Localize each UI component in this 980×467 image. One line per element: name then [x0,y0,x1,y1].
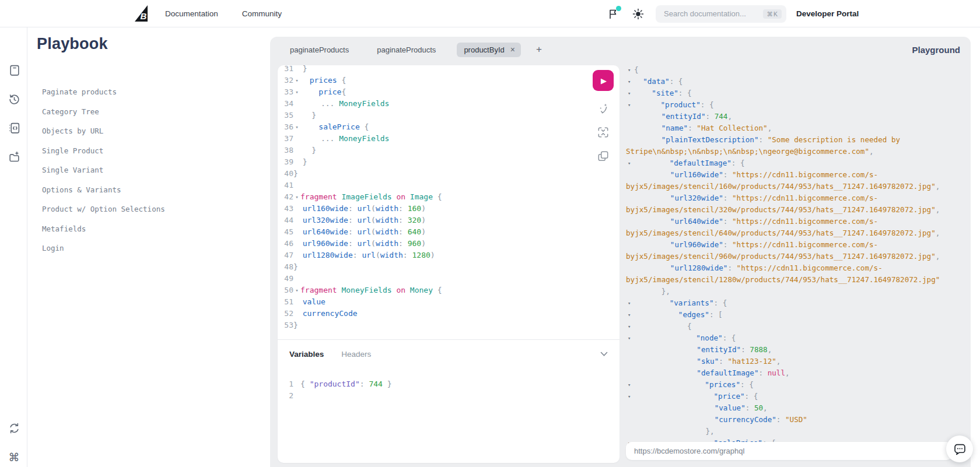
response-line: byjx5/images/stencil/320w/products/744/9… [626,204,971,216]
tab-variables[interactable]: Variables [289,350,324,359]
query-code-line[interactable]: 43 url160wide: url(width: 160) [278,203,620,215]
code-text: } [293,65,307,75]
query-code-line[interactable]: 38 } [278,145,620,156]
query-code-line[interactable]: 36▾ salePrice { [278,121,620,133]
query-tab[interactable]: paginateProducts [276,37,363,62]
response-line: }, [626,286,971,297]
execute-query-button[interactable]: ▶ [593,70,614,91]
close-tab-icon[interactable]: × [510,45,515,54]
query-code-line[interactable]: 46 url960wide: url(width: 960) [278,238,620,250]
query-code-line[interactable]: 48} [278,261,620,273]
nav-link-community[interactable]: Community [242,9,282,18]
line-number: 34 [278,98,293,110]
fold-caret-empty [293,390,300,402]
history-icon[interactable] [7,92,21,106]
query-code-line[interactable]: 41 [278,180,620,191]
fold-caret-icon[interactable]: ▾ [626,99,634,111]
line-number: 1 [278,378,293,390]
fold-caret-icon[interactable]: ▾ [626,321,634,332]
editor-card: 31 }32▾ prices {33▾ price{34 ... MoneyFi… [278,65,620,463]
fold-caret-empty [293,378,300,390]
fold-caret-icon[interactable]: ▾ [293,285,300,296]
query-code-line[interactable]: 51 value [278,296,620,308]
sidebar-item[interactable]: Single Variant [27,160,270,180]
add-tab-button[interactable]: + [528,44,550,55]
fold-caret-icon[interactable]: ▾ [293,75,300,86]
code-collection-icon[interactable] [7,121,21,135]
query-code-line[interactable]: 50▾fragment MoneyFields on Money { [278,285,620,296]
variables-editor[interactable]: 1{ "productId": 744 }2 [278,378,620,402]
copy-query-button[interactable] [597,150,610,163]
fold-caret-icon[interactable]: ▾ [626,332,634,344]
response-line: "currencyCode": "USD" [626,414,971,426]
line-number: 44 [278,215,293,226]
folder-add-icon[interactable] [7,150,21,164]
sidebar-item[interactable]: Single Product [27,141,270,161]
prettify-query-button[interactable] [597,102,610,115]
variables-code-line[interactable]: 2 [278,390,620,402]
response-line: "url160wide": "https://cdn11.bigcommerce… [626,169,971,181]
code-text: "value": 50, [626,402,768,414]
fold-caret-icon[interactable]: ▾ [626,64,634,76]
query-code-line[interactable]: 53} [278,319,620,331]
query-code-line[interactable]: 37 ... MoneyFields [278,133,620,145]
command-shortcuts-icon[interactable]: ⌘ [7,450,21,464]
sidebar-item[interactable]: Objects by URL [27,121,270,141]
fold-caret-icon[interactable]: ▾ [293,86,300,98]
sidebar-item[interactable]: Paginate products [27,82,270,102]
query-tab[interactable]: paginateProducts [363,37,450,62]
query-code-line[interactable]: 47 url1280wide: url(width: 1280) [278,250,620,261]
sidebar-item[interactable]: Metafields [27,219,270,239]
fold-caret-icon[interactable]: ▾ [626,309,634,321]
variables-editor-lines: 1{ "productId": 744 }2 [278,378,620,402]
code-text: }, [626,286,670,297]
query-code-line[interactable]: 45 url640wide: url(width: 640) [278,226,620,238]
query-code-line[interactable]: 32▾ prices { [278,75,620,86]
query-code-line[interactable]: 35 } [278,110,620,121]
fold-caret-icon[interactable]: ▾ [293,191,300,203]
query-code-line[interactable]: 31 } [278,65,620,75]
flag-announcements-icon[interactable] [606,6,621,22]
sidebar-item[interactable]: Category Tree [27,102,270,122]
code-text: url960wide: url(width: 960) [293,238,426,250]
bigcommerce-logo[interactable]: B [132,5,149,22]
query-editor[interactable]: 31 }32▾ prices {33▾ price{34 ... MoneyFi… [278,65,620,339]
query-code-line[interactable]: 52 currencyCode [278,308,620,319]
code-text: url320wide: url(width: 320) [293,215,426,226]
query-code-line[interactable]: 42▾fragment ImageFields on Image { [278,191,620,203]
fold-caret-icon[interactable]: ▾ [626,157,634,169]
query-code-line[interactable]: 40} [278,168,620,180]
code-text: byjx5/images/stencil/1280w/products/744/… [626,274,940,286]
nav-link-documentation[interactable]: Documentation [165,9,218,18]
query-tab[interactable]: productById× [450,37,528,62]
response-line: ▾ "site": { [626,87,971,99]
fold-caret-icon[interactable]: ▾ [626,379,634,391]
playground-container: Playground paginateProductspaginateProdu… [270,37,971,467]
fold-caret-icon[interactable]: ▾ [293,121,300,133]
merge-fragments-button[interactable] [597,126,610,139]
search-input[interactable]: Search documentation... ⌘K [656,5,786,23]
code-text: currencyCode [293,308,358,319]
theme-sun-icon[interactable] [631,6,646,22]
query-code-line[interactable]: 34 ... MoneyFields [278,98,620,110]
query-code-line[interactable]: 39 } [278,156,620,168]
tab-headers[interactable]: Headers [341,350,371,359]
endpoint-url-input[interactable]: https://bcdemostore.com/graphql [626,442,953,460]
sidebar-item[interactable]: Login [27,238,270,258]
query-code-line[interactable]: 33▾ price{ [278,86,620,98]
variables-code-line[interactable]: 1{ "productId": 744 } [278,378,620,390]
response-line: "sku": "hat123-12", [626,356,971,367]
collapse-variables-chevron-icon[interactable] [600,352,608,357]
fold-caret-icon[interactable]: ▾ [626,391,634,402]
fold-caret-icon[interactable]: ▾ [626,297,634,309]
fold-caret-icon[interactable]: ▾ [626,76,634,87]
refresh-schema-icon[interactable] [7,421,21,435]
query-code-line[interactable]: 44 url320wide: url(width: 320) [278,215,620,226]
support-chat-button[interactable] [946,436,973,462]
sidebar-item[interactable]: Options & Variants [27,180,270,200]
query-code-line[interactable]: 49 [278,273,620,285]
fold-caret-icon[interactable]: ▾ [626,87,634,99]
notebook-icon[interactable] [7,63,21,77]
sidebar-item[interactable]: Product w/ Option Selections [27,199,270,219]
code-text: "node": { [634,332,736,344]
